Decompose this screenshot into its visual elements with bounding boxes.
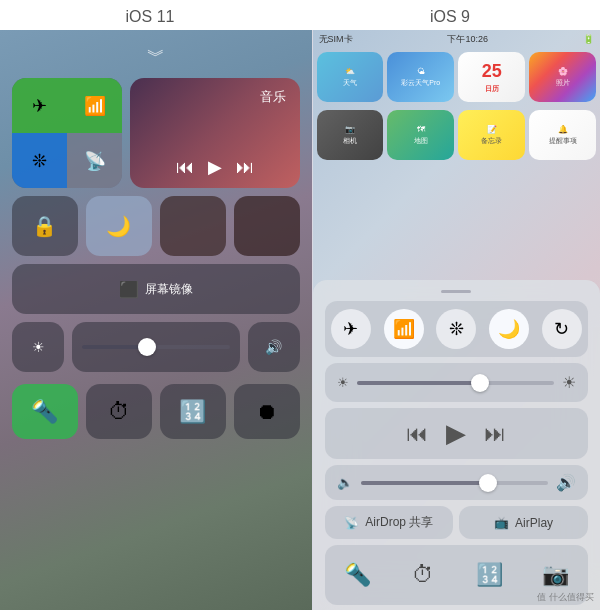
ios9-music-section: ⏮ ▶ ⏭ bbox=[325, 408, 589, 459]
ios9-volume-slider[interactable] bbox=[361, 481, 549, 485]
ios11-music-title: 音乐 bbox=[260, 88, 286, 106]
ios11-music-box: 音乐 ⏮ ▶ ⏭ bbox=[130, 78, 300, 188]
ios11-wifi-btn[interactable]: 📶 bbox=[67, 78, 122, 133]
ios9-play-btn[interactable]: ▶ bbox=[446, 418, 466, 449]
ios9-airplay-btn[interactable]: 📺 AirPlay bbox=[459, 506, 588, 539]
ios9-app-notes[interactable]: 📝 备忘录 bbox=[458, 110, 525, 160]
ios11-calculator-btn[interactable]: 🔢 bbox=[160, 384, 226, 439]
ios9-app-maps[interactable]: 🗺 地图 bbox=[387, 110, 454, 160]
ios11-play-btn[interactable]: ▶ bbox=[208, 156, 222, 178]
ios9-volume-section: 🔈 🔊 bbox=[325, 465, 589, 500]
ios11-timer-btn[interactable]: ⏱ bbox=[86, 384, 152, 439]
calculator-icon: 🔢 bbox=[179, 399, 206, 425]
ios11-control-grid: ✈ 📶 ❊ 📡 音乐 ⏮ ▶ bbox=[12, 78, 300, 439]
moon-icon: 🌙 bbox=[106, 214, 131, 238]
ios11-brightness-slider[interactable] bbox=[72, 322, 240, 372]
watermark: 值 什么值得买 bbox=[537, 591, 594, 604]
ios9-wifi-toggle[interactable]: 📶 bbox=[384, 309, 424, 349]
flashlight-icon: 🔦 bbox=[31, 399, 58, 425]
ios11-music-controls: ⏮ ▶ ⏭ bbox=[176, 156, 254, 178]
lock-icon: 🔒 bbox=[32, 214, 57, 238]
ios9-app-camera[interactable]: 📷 相机 bbox=[317, 110, 384, 160]
ios9-time: 下午10:26 bbox=[447, 33, 488, 46]
ios11-brightness-row: ☀ 🔊 bbox=[12, 322, 300, 372]
ios9-brightness-section: ☀ ☀ bbox=[325, 363, 589, 402]
ios9-flashlight-btn[interactable]: 🔦 bbox=[335, 553, 379, 597]
ios11-connectivity-block: ✈ 📶 ❊ 📡 bbox=[12, 78, 122, 188]
ios9-app-weather[interactable]: ⛅ 天气 bbox=[317, 52, 384, 102]
ios9-airdrop-btn[interactable]: 📡 AirDrop 共享 bbox=[325, 506, 454, 539]
ios11-mirror-row: ⬛ 屏幕镜像 bbox=[12, 264, 300, 314]
ios9-calculator-btn[interactable]: 🔢 bbox=[467, 553, 511, 597]
ios9-dnd-toggle[interactable]: 🌙 bbox=[489, 309, 529, 349]
ios11-airplane-btn[interactable]: ✈ bbox=[12, 78, 67, 133]
ios11-brightness-icon-cell: ☀ bbox=[12, 322, 64, 372]
ios11-mirror-label: 屏幕镜像 bbox=[145, 281, 193, 298]
ios9-brightness-min-icon: ☀ bbox=[337, 375, 349, 390]
ios11-chevron-icon[interactable]: ︾ bbox=[147, 44, 165, 68]
ios9-brightness-max-icon: ☀ bbox=[562, 373, 576, 392]
volume-icon: 🔊 bbox=[265, 339, 282, 355]
ios9-next-btn[interactable]: ⏭ bbox=[484, 421, 506, 447]
ios11-next-btn[interactable]: ⏭ bbox=[236, 157, 254, 178]
ios9-battery: 🔋 bbox=[583, 34, 594, 44]
camera-icon: ⏺ bbox=[256, 399, 278, 425]
ios9-moon-icon: 🌙 bbox=[498, 318, 520, 340]
cellular-icon: 📡 bbox=[84, 150, 106, 172]
ios9-wifi-icon: 📶 bbox=[393, 318, 415, 340]
ios9-volume-max-icon: 🔊 bbox=[556, 473, 576, 492]
ios9-airplay-label: AirPlay bbox=[515, 516, 553, 530]
airplane-icon: ✈ bbox=[32, 95, 47, 117]
ios11-volume-icon-cell: 🔊 bbox=[248, 322, 300, 372]
ios9-flashlight-icon: 🔦 bbox=[344, 562, 371, 588]
ios11-cellular-btn[interactable]: 📡 bbox=[67, 133, 122, 188]
ios9-control-center: ✈ 📶 ❊ 🌙 ↻ ☀ bbox=[313, 280, 601, 610]
ios9-brightness-slider[interactable] bbox=[357, 381, 555, 385]
ios9-carrier: 无SIM卡 bbox=[319, 33, 353, 46]
ios9-volume-min-icon: 🔈 bbox=[337, 475, 353, 490]
ios9-label: iOS 9 bbox=[300, 8, 600, 26]
brightness-icon: ☀ bbox=[32, 339, 45, 355]
ios9-rotation-toggle[interactable]: ↻ bbox=[542, 309, 582, 349]
ios9-airplane-icon: ✈ bbox=[343, 318, 358, 340]
ios9-toggle-row: ✈ 📶 ❊ 🌙 ↻ bbox=[325, 301, 589, 357]
ios11-mirror-btn[interactable]: ⬛ 屏幕镜像 bbox=[12, 264, 300, 314]
ios9-handle bbox=[325, 290, 589, 293]
ios9-airdrop-label: AirDrop 共享 bbox=[365, 514, 433, 531]
ios9-airdrop-airplay-row: 📡 AirDrop 共享 📺 AirPlay bbox=[325, 506, 589, 539]
ios9-panel: 无SIM卡 下午10:26 🔋 ⛅ 天气 🌤 彩云天气Pro 25 日历 🌸 照… bbox=[313, 30, 601, 610]
ios11-dark2-btn[interactable] bbox=[234, 196, 300, 256]
ios9-app-reminders[interactable]: 🔔 提醒事项 bbox=[529, 110, 596, 160]
ios9-calculator-icon: 🔢 bbox=[476, 562, 503, 588]
ios11-row2: 🔒 🌙 bbox=[12, 196, 300, 256]
ios9-app-grid: ⛅ 天气 🌤 彩云天气Pro 25 日历 🌸 照片 📷 相机 🗺 地图 bbox=[313, 48, 601, 168]
ios11-bluetooth-btn[interactable]: ❊ bbox=[12, 133, 67, 188]
wifi-icon: 📶 bbox=[84, 95, 106, 117]
ios9-rotation-icon: ↻ bbox=[554, 318, 569, 340]
ios11-prev-btn[interactable]: ⏮ bbox=[176, 157, 194, 178]
ios9-app-caicloud[interactable]: 🌤 彩云天气Pro bbox=[387, 52, 454, 102]
ios11-moon-btn[interactable]: 🌙 bbox=[86, 196, 152, 256]
ios11-row1: ✈ 📶 ❊ 📡 音乐 ⏮ ▶ bbox=[12, 78, 300, 188]
ios9-camera-icon: 📷 bbox=[542, 562, 569, 588]
ios9-airplane-toggle[interactable]: ✈ bbox=[331, 309, 371, 349]
ios9-timer-btn[interactable]: ⏱ bbox=[401, 553, 445, 597]
timer-icon: ⏱ bbox=[108, 399, 130, 425]
mirror-icon: ⬛ bbox=[119, 280, 139, 299]
bluetooth-icon: ❊ bbox=[32, 150, 47, 172]
ios9-app-photos[interactable]: 🌸 照片 bbox=[529, 52, 596, 102]
ios9-prev-btn[interactable]: ⏮ bbox=[406, 421, 428, 447]
ios11-label: iOS 11 bbox=[0, 8, 300, 26]
airdrop-icon: 📡 bbox=[344, 516, 359, 530]
ios9-timer-icon: ⏱ bbox=[412, 562, 434, 588]
ios11-camera-btn[interactable]: ⏺ bbox=[234, 384, 300, 439]
ios11-dark1-btn[interactable] bbox=[160, 196, 226, 256]
ios9-bluetooth-toggle[interactable]: ❊ bbox=[436, 309, 476, 349]
ios9-bluetooth-icon: ❊ bbox=[449, 318, 464, 340]
ios11-panel: ︾ ✈ 📶 ❊ 📡 bbox=[0, 30, 312, 610]
ios11-bottom-row: 🔦 ⏱ 🔢 ⏺ bbox=[12, 384, 300, 439]
airplay-icon: 📺 bbox=[494, 516, 509, 530]
ios11-lock-btn[interactable]: 🔒 bbox=[12, 196, 78, 256]
ios9-app-calendar[interactable]: 25 日历 bbox=[458, 52, 525, 102]
ios11-flashlight-btn[interactable]: 🔦 bbox=[12, 384, 78, 439]
